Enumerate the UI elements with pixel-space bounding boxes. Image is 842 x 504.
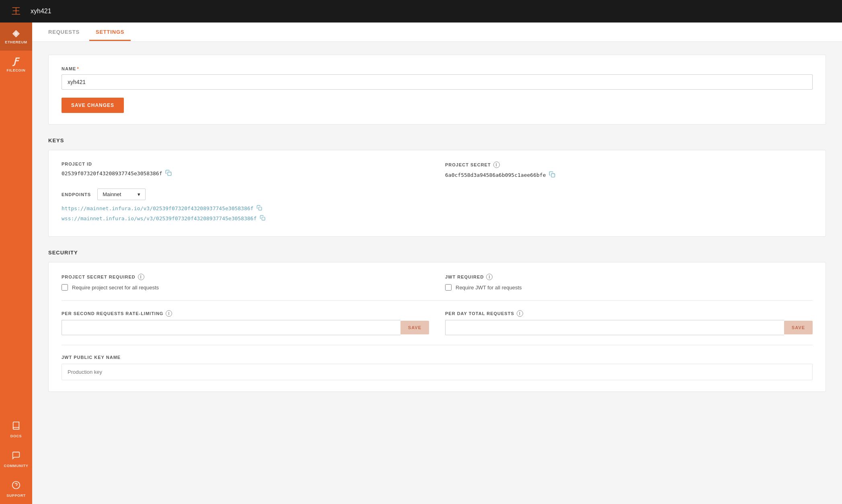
per-second-save-button[interactable]: SAVE [400, 321, 429, 334]
project-secret-required-item: PROJECT SECRET REQUIRED i Require projec… [62, 274, 429, 291]
security-grid: PROJECT SECRET REQUIRED i Require projec… [62, 274, 813, 291]
svg-rect-4 [259, 207, 262, 210]
per-second-info-icon[interactable]: i [166, 310, 172, 317]
docs-icon [12, 421, 21, 432]
keys-grid: PROJECT ID 02539f07320f43208937745e30583… [62, 162, 813, 179]
keys-section: KEYS PROJECT ID 02539f07320f43208937745e… [48, 137, 826, 237]
filecoin-icon: ƒ [13, 57, 19, 66]
sidebar-item-docs[interactable]: DOCS [1, 415, 32, 445]
project-secret-required-info-icon[interactable]: i [138, 274, 144, 280]
project-id-label: PROJECT ID [62, 162, 429, 166]
jwt-required-item: JWT REQUIRED i Require JWT for all reque… [445, 274, 813, 291]
top-header: 王 xyh421 [0, 0, 842, 23]
logo-icon: 王 [8, 3, 24, 19]
name-field-label: NAME* [62, 66, 813, 71]
jwt-divider [62, 345, 813, 345]
project-id-copy-icon[interactable] [165, 170, 172, 177]
endpoint-wss-copy-icon[interactable] [260, 215, 265, 222]
keys-section-title: KEYS [48, 137, 826, 143]
svg-rect-3 [551, 174, 555, 177]
sidebar-label-docs: DOCS [10, 434, 22, 438]
security-card: PROJECT SECRET REQUIRED i Require projec… [48, 262, 826, 392]
content-area: REQUESTS SETTINGS NAME* SAVE CHANGES KEY… [32, 23, 842, 504]
project-secret-label: PROJECT SECRET i [445, 162, 813, 168]
security-section: SECURITY PROJECT SECRET REQUIRED i Requi… [48, 250, 826, 392]
jwt-required-info-icon[interactable]: i [486, 274, 493, 280]
project-secret-copy-icon[interactable] [549, 171, 555, 179]
divider [62, 300, 813, 301]
tabs-bar: REQUESTS SETTINGS [32, 23, 842, 42]
per-second-input[interactable] [62, 320, 400, 335]
main-scroll: NAME* SAVE CHANGES KEYS PROJECT ID [32, 42, 842, 504]
project-secret-checkbox-row: Require project secret for all requests [62, 284, 429, 291]
jwt-required-label: JWT REQUIRED i [445, 274, 813, 280]
tab-requests[interactable]: REQUESTS [42, 23, 86, 41]
name-section-card: NAME* SAVE CHANGES [48, 55, 826, 125]
rate-limit-grid: PER SECOND REQUESTS RATE-LIMITING i SAVE… [62, 310, 813, 335]
project-secret-field: PROJECT SECRET i 6a0cf558d3a94586a6b095c… [445, 162, 813, 179]
endpoint-wss: wss://mainnet.infura.io/ws/v3/02539f0732… [62, 215, 813, 222]
per-day-input[interactable] [445, 320, 784, 335]
sidebar-label-community: COMMUNITY [4, 464, 29, 468]
per-day-field: SAVE [445, 320, 813, 335]
project-name: xyh421 [31, 8, 51, 15]
per-day-label: PER DAY TOTAL REQUESTS i [445, 310, 813, 317]
sidebar-label-ethereum: ETHEREUM [5, 40, 27, 44]
per-day-info-icon[interactable]: i [517, 310, 523, 317]
ethereum-icon: ◈ [12, 29, 20, 38]
endpoint-https: https://mainnet.infura.io/v3/02539f07320… [62, 205, 813, 212]
endpoints-row: ENDPOINTS Mainnet ▾ [62, 188, 813, 200]
keys-card: PROJECT ID 02539f07320f43208937745e30583… [48, 150, 826, 237]
sidebar-label-support: SUPPORT [6, 494, 26, 498]
community-icon [12, 451, 21, 461]
support-icon [12, 481, 21, 491]
jwt-checkbox-row: Require JWT for all requests [445, 284, 813, 291]
per-day-item: PER DAY TOTAL REQUESTS i SAVE [445, 310, 813, 335]
project-secret-checkbox[interactable] [62, 284, 68, 291]
jwt-checkbox[interactable] [445, 284, 452, 291]
project-id-value: 02539f07320f43208937745e3058386f [62, 170, 429, 177]
svg-rect-5 [262, 217, 265, 220]
sidebar-label-filecoin: FILECOIN [7, 68, 26, 72]
sidebar-item-community[interactable]: COMMUNITY [1, 445, 32, 474]
per-second-label: PER SECOND REQUESTS RATE-LIMITING i [62, 310, 429, 317]
per-second-field: SAVE [62, 320, 429, 335]
main-layout: ◈ ETHEREUM ƒ FILECOIN DOCS [0, 23, 842, 504]
sidebar-item-ethereum[interactable]: ◈ ETHEREUM [0, 23, 32, 51]
endpoints-label: ENDPOINTS [62, 192, 91, 197]
per-day-save-button[interactable]: SAVE [784, 321, 813, 334]
endpoint-https-copy-icon[interactable] [257, 205, 262, 212]
project-id-field: PROJECT ID 02539f07320f43208937745e30583… [62, 162, 429, 179]
tab-settings[interactable]: SETTINGS [89, 23, 131, 41]
jwt-public-key-input[interactable] [62, 364, 813, 380]
svg-rect-2 [168, 172, 171, 176]
project-secret-info-icon[interactable]: i [493, 162, 500, 168]
per-second-item: PER SECOND REQUESTS RATE-LIMITING i SAVE [62, 310, 429, 335]
sidebar-item-filecoin[interactable]: ƒ FILECOIN [0, 51, 32, 79]
chevron-down-icon: ▾ [138, 191, 140, 197]
sidebar: ◈ ETHEREUM ƒ FILECOIN DOCS [0, 23, 32, 504]
name-input[interactable] [62, 74, 813, 90]
sidebar-bottom: DOCS COMMUNITY SUPPORT [1, 415, 32, 504]
security-section-title: SECURITY [48, 250, 826, 256]
project-secret-value: 6a0cf558d3a94586a6b095c1aee66bfe [445, 171, 813, 179]
save-changes-button[interactable]: SAVE CHANGES [62, 98, 124, 113]
project-secret-checkbox-label: Require project secret for all requests [72, 285, 159, 291]
jwt-checkbox-label: Require JWT for all requests [456, 285, 522, 291]
jwt-public-key-section: JWT PUBLIC KEY NAME [62, 345, 813, 380]
jwt-public-key-label: JWT PUBLIC KEY NAME [62, 355, 813, 360]
project-secret-required-label: PROJECT SECRET REQUIRED i [62, 274, 429, 280]
sidebar-item-support[interactable]: SUPPORT [1, 474, 32, 504]
network-select[interactable]: Mainnet ▾ [97, 188, 146, 200]
